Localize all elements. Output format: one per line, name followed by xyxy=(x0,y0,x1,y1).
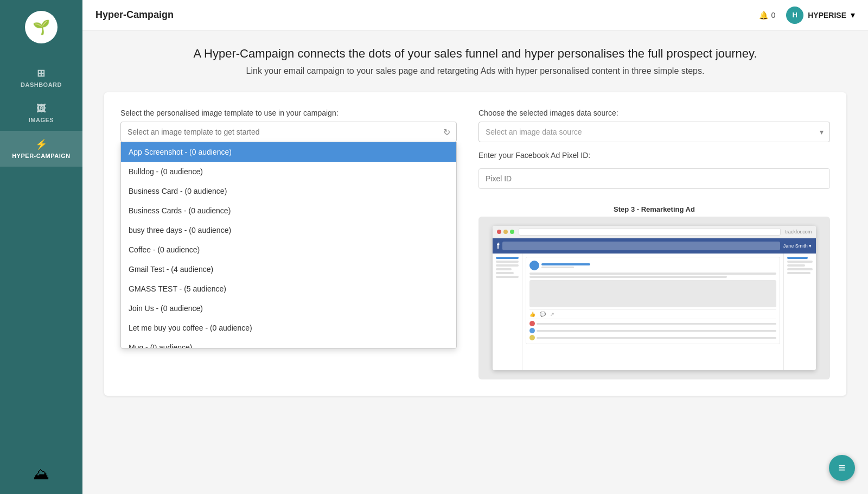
dropdown-item-mug[interactable]: Mug - (0 audience) xyxy=(121,338,456,349)
dropdown-item-gmass-test[interactable]: GMASS TEST - (5 audience) xyxy=(121,279,456,299)
campaign-builder: Select the personalised image template t… xyxy=(104,92,846,396)
sidebar-bottom: ⛰ xyxy=(0,454,82,494)
fb-feed: 👍 💬 ↗ xyxy=(522,254,784,370)
datasource-select[interactable]: Select an image data source HubSpot Sale… xyxy=(478,122,830,142)
builder-columns: Select the personalised image template t… xyxy=(120,109,830,379)
builder-right: Choose the selected images data source: … xyxy=(478,109,830,379)
dropdown-item-business-cards[interactable]: Business Cards - (0 audience) xyxy=(121,201,456,220)
sidebar-logo: 🌱 xyxy=(0,0,82,54)
sidebar-item-label-hyper-campaign: HYPER-CAMPAIGN xyxy=(12,153,71,159)
fb-sidebar xyxy=(493,254,522,370)
chevron-down-icon: ▾ xyxy=(851,10,855,20)
user-menu[interactable]: H HYPERISE ▾ xyxy=(786,7,855,24)
intro-section: A Hyper-Campaign connects the dots of yo… xyxy=(104,47,846,76)
intro-line2: Link your email campaign to your sales p… xyxy=(104,66,846,76)
dropdown-item-busy-three-days[interactable]: busy three days - (0 audience) xyxy=(121,220,456,240)
main-content: Hyper-Campaign 🔔 0 H HYPERISE ▾ A Hyper-… xyxy=(82,0,868,494)
sidebar-item-label-dashboard: DASHBOARD xyxy=(21,81,62,88)
datasource-select-wrap: Select an image data source HubSpot Sale… xyxy=(478,122,830,142)
fb-content: 👍 💬 ↗ xyxy=(493,254,816,370)
chat-button[interactable]: ≡ xyxy=(829,455,855,481)
pixel-field-label: Enter your Facebook Ad Pixel ID: xyxy=(478,151,830,160)
notification-bell[interactable]: 🔔 0 xyxy=(759,11,775,20)
intro-line1: A Hyper-Campaign connects the dots of yo… xyxy=(104,47,846,61)
content-area: A Hyper-Campaign connects the dots of yo… xyxy=(82,30,868,494)
hyper-campaign-icon: ⚡ xyxy=(35,138,48,150)
mock-browser: trackfor.com f Jane Smith ▾ xyxy=(493,226,816,370)
facebook-bar: f Jane Smith ▾ xyxy=(493,238,816,254)
dropdown-item-let-me-buy[interactable]: Let me buy you coffee - (0 audience) xyxy=(121,318,456,338)
avatar: H xyxy=(786,7,803,24)
template-field-label: Select the personalised image template t… xyxy=(120,109,457,117)
step3-title: Step 3 - Remarketing Ad xyxy=(478,200,830,217)
sidebar-item-images[interactable]: 🖼 IMAGES xyxy=(0,96,82,131)
notification-count: 0 xyxy=(771,11,775,20)
sidebar-nav: ⊞ DASHBOARD 🖼 IMAGES ⚡ HYPER-CAMPAIGN xyxy=(0,60,82,167)
sidebar: 🌱 ⊞ DASHBOARD 🖼 IMAGES ⚡ HYPER-CAMPAIGN … xyxy=(0,0,82,494)
builder-left: Select the personalised image template t… xyxy=(120,109,457,379)
dashboard-icon: ⊞ xyxy=(37,67,46,79)
bell-icon: 🔔 xyxy=(759,11,768,20)
sidebar-item-label-images: IMAGES xyxy=(29,117,54,123)
header: Hyper-Campaign 🔔 0 H HYPERISE ▾ xyxy=(82,0,868,30)
chat-icon: ≡ xyxy=(839,461,846,475)
browser-bar: trackfor.com xyxy=(493,226,816,238)
logo-icon: 🌱 xyxy=(25,11,58,43)
dropdown-item-coffee[interactable]: Coffee - (0 audience) xyxy=(121,240,456,259)
header-right: 🔔 0 H HYPERISE ▾ xyxy=(759,7,855,24)
dropdown-item-business-card[interactable]: Business Card - (0 audience) xyxy=(121,181,456,201)
dropdown-item-gmail-test[interactable]: Gmail Test - (4 audience) xyxy=(121,259,456,279)
mountain-icon: ⛰ xyxy=(5,465,77,483)
step3-preview: trackfor.com f Jane Smith ▾ xyxy=(478,217,830,379)
dropdown-item-join-us[interactable]: Join Us - (0 audience) xyxy=(121,299,456,318)
pixel-id-input[interactable] xyxy=(478,168,830,189)
fb-post-card: 👍 💬 ↗ xyxy=(526,257,781,344)
sidebar-item-dashboard[interactable]: ⊞ DASHBOARD xyxy=(0,60,82,96)
sidebar-item-hyper-campaign[interactable]: ⚡ HYPER-CAMPAIGN xyxy=(0,131,82,167)
page-title: Hyper-Campaign xyxy=(95,9,174,21)
images-icon: 🖼 xyxy=(36,103,47,115)
dropdown-item-app-screenshot[interactable]: App Screenshot - (0 audience) xyxy=(121,142,456,162)
template-search-input[interactable] xyxy=(120,122,457,142)
template-dropdown[interactable]: App Screenshot - (0 audience) Bulldog - … xyxy=(120,142,457,349)
user-name: HYPERISE xyxy=(808,11,846,20)
template-selector-wrap: ↻ App Screenshot - (0 audience) Bulldog … xyxy=(120,122,457,142)
dropdown-item-bulldog[interactable]: Bulldog - (0 audience) xyxy=(121,162,456,181)
datasource-field-label: Choose the selected images data source: xyxy=(478,109,830,117)
fb-right-sidebar xyxy=(783,254,816,370)
